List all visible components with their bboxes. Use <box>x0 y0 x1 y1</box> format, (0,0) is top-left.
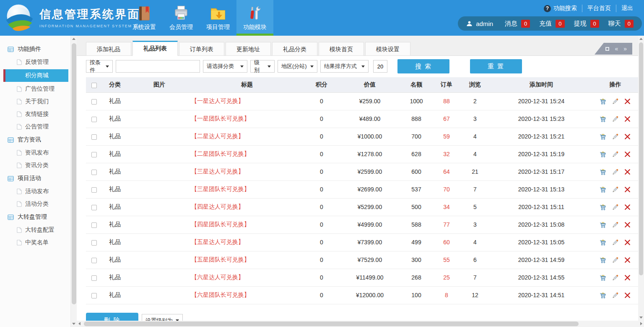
search-button[interactable]: 搜 索 <box>397 59 449 73</box>
cart-icon[interactable] <box>600 98 607 105</box>
delete-icon[interactable] <box>624 133 631 140</box>
page-size-input[interactable] <box>373 60 387 73</box>
reset-button[interactable]: 重 置 <box>470 59 522 73</box>
gift-title-link[interactable]: 【四星团队长可兑换】 <box>191 216 303 233</box>
nav-item-功能模块[interactable]: 功能模块 <box>236 0 273 36</box>
gift-title-link[interactable]: 【六星团队长可兑换】 <box>191 286 303 304</box>
gift-title-link[interactable]: 【三星达人可兑换】 <box>191 163 303 181</box>
gift-title-link[interactable]: 【二星团队长可兑换】 <box>191 145 303 163</box>
row-checkbox[interactable] <box>91 240 97 246</box>
scroll-right-icon[interactable]: » <box>623 45 627 52</box>
sort-select[interactable]: 结果排序方式 <box>320 60 369 73</box>
set-level-select[interactable]: 设置级别为 <box>142 314 183 321</box>
edit-icon[interactable] <box>612 274 619 281</box>
delete-icon[interactable] <box>624 274 631 281</box>
gift-title-link[interactable]: 【二星达人可兑换】 <box>191 128 303 145</box>
delete-icon[interactable] <box>624 115 631 123</box>
edit-icon[interactable] <box>612 186 619 193</box>
sidebar-item[interactable]: 大转盘配置 <box>0 224 70 236</box>
cart-icon[interactable] <box>600 115 607 123</box>
cell-orders[interactable]: 88 <box>433 92 460 110</box>
quick-link[interactable]: 退出 <box>616 5 638 12</box>
edit-icon[interactable] <box>612 168 619 175</box>
cart-icon[interactable] <box>600 221 607 228</box>
tab[interactable]: 礼品分类 <box>272 42 317 56</box>
cell-orders[interactable]: 77 <box>433 216 460 233</box>
sidebar-group-header[interactable]: 项目活动 <box>0 172 70 185</box>
sidebar-item[interactable]: 广告位管理 <box>0 83 70 95</box>
cell-orders[interactable]: 55 <box>433 251 460 269</box>
delete-icon[interactable] <box>624 168 631 175</box>
row-checkbox[interactable] <box>91 275 97 281</box>
edit-icon[interactable] <box>612 292 619 299</box>
sidebar-scrollbar-thumb[interactable] <box>72 43 76 304</box>
scroll-up-icon[interactable] <box>639 38 643 40</box>
sidebar-item[interactable]: 活动发布 <box>0 185 70 198</box>
tab-scroll-control[interactable]: « » <box>595 43 632 55</box>
scroll-up-icon[interactable] <box>72 38 75 40</box>
row-checkbox[interactable] <box>91 258 97 263</box>
cell-orders[interactable]: 25 <box>433 269 460 286</box>
user-counter[interactable]: 聊天 0 <box>608 20 634 28</box>
sidebar-group-header[interactable]: 功能插件 <box>0 42 70 56</box>
cell-orders[interactable]: 60 <box>433 233 460 251</box>
gift-title-link[interactable]: 【六星达人可兑换】 <box>191 269 303 286</box>
cell-orders[interactable]: 34 <box>433 198 460 216</box>
nav-item-项目管理[interactable]: 项目管理 <box>200 0 236 36</box>
cart-icon[interactable] <box>600 133 607 140</box>
row-checkbox[interactable] <box>91 117 97 122</box>
user-counter[interactable]: 提现 0 <box>574 20 599 28</box>
gift-title-link[interactable]: 【三星团队长可兑换】 <box>191 181 303 198</box>
sidebar-item[interactable]: 友情链接 <box>0 108 70 120</box>
delete-icon[interactable] <box>624 204 631 211</box>
level-select[interactable]: 级别 <box>250 60 275 73</box>
scroll-down-icon[interactable] <box>72 323 75 325</box>
row-checkbox[interactable] <box>91 205 97 210</box>
edit-icon[interactable] <box>612 98 619 105</box>
cell-orders[interactable]: 32 <box>433 145 460 163</box>
user-counter[interactable]: 消息 0 <box>505 20 530 28</box>
gift-title-link[interactable]: 【五星团队长可兑换】 <box>191 251 303 269</box>
keyword-input[interactable] <box>116 60 200 73</box>
cell-orders[interactable]: 8 <box>433 286 460 304</box>
row-checkbox[interactable] <box>91 293 97 298</box>
delete-button[interactable]: 删 除 <box>86 313 138 321</box>
sidebar-item[interactable]: 公告管理 <box>0 120 70 133</box>
cell-orders[interactable]: 67 <box>433 110 460 128</box>
scroll-right-arrow-icon[interactable] <box>640 322 642 325</box>
cart-icon[interactable] <box>600 168 607 175</box>
delete-icon[interactable] <box>624 256 631 264</box>
edit-icon[interactable] <box>612 221 619 228</box>
row-checkbox[interactable] <box>91 187 97 193</box>
cart-icon[interactable] <box>600 204 607 211</box>
row-checkbox[interactable] <box>91 222 97 228</box>
sidebar-item[interactable]: 中奖名单 <box>0 236 70 249</box>
cell-orders[interactable]: 64 <box>433 163 460 181</box>
sidebar-group-header[interactable]: 官方资讯 <box>0 133 70 146</box>
content-vertical-scrollbar[interactable] <box>638 36 644 321</box>
gift-title-link[interactable]: 【四星达人可兑换】 <box>191 198 303 216</box>
edit-icon[interactable] <box>612 256 619 264</box>
row-checkbox[interactable] <box>91 134 97 140</box>
cart-icon[interactable] <box>600 274 607 281</box>
app-logo-icon[interactable] <box>3 2 35 34</box>
edit-icon[interactable] <box>612 115 619 123</box>
tab[interactable]: 更新地址 <box>226 42 271 56</box>
select-all-checkbox[interactable] <box>91 83 97 88</box>
cell-orders[interactable]: 59 <box>433 128 460 145</box>
scroll-down-icon[interactable] <box>639 317 643 319</box>
sidebar-item[interactable]: 资讯发布 <box>0 146 70 159</box>
row-checkbox[interactable] <box>91 170 97 175</box>
delete-icon[interactable] <box>624 239 631 246</box>
tab[interactable]: 添加礼品 <box>86 42 131 56</box>
row-checkbox[interactable] <box>91 99 97 105</box>
sidebar-group-header[interactable]: 大转盘管理 <box>0 210 70 224</box>
delete-icon[interactable] <box>624 151 631 158</box>
nav-item-系统设置[interactable]: 系统设置 <box>126 0 163 36</box>
cart-icon[interactable] <box>600 151 607 158</box>
gift-title-link[interactable]: 【一星团队长可兑换】 <box>191 110 303 128</box>
cart-icon[interactable] <box>600 186 607 193</box>
quick-link[interactable]: 平台首页 <box>582 5 616 12</box>
sidebar-item[interactable]: 积分商城 <box>3 69 68 82</box>
cell-orders[interactable]: 70 <box>433 181 460 198</box>
